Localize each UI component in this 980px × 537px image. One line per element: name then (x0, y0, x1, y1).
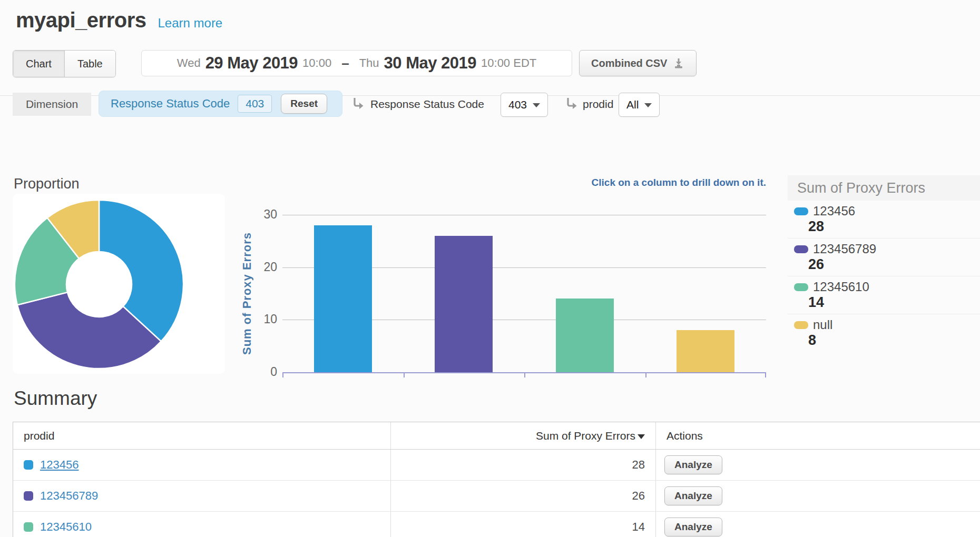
summary-table-header: prodid Sum of Proxy Errors Actions (13, 422, 980, 450)
cell-actions: Analyze (655, 450, 980, 480)
bar-null[interactable] (677, 330, 734, 372)
legend-item-123456: 12345628 (788, 201, 980, 238)
cell-sum-of-proxy-errors: 28 (390, 450, 655, 480)
chevron-down-icon (533, 103, 540, 107)
gridline-y-30 (282, 215, 766, 215)
analyze-button-123456789[interactable]: Analyze (664, 486, 722, 505)
donut-chart (13, 194, 225, 374)
x-axis-tick (524, 373, 525, 377)
learn-more-link[interactable]: Learn more (158, 16, 222, 31)
drilldown-select-prodid[interactable]: All (619, 93, 660, 117)
analyze-button-123456[interactable]: Analyze (664, 455, 722, 474)
legend-title: Sum of Proxy Errors (788, 175, 980, 201)
legend-item-123456789: 12345678926 (788, 238, 980, 276)
row-color-swatch (24, 491, 33, 501)
filter-name: Response Status Code (111, 97, 230, 111)
summary-table-body: 12345628Analyze12345678926Analyze1234561… (13, 450, 980, 537)
csv-label: Combined CSV (591, 57, 667, 69)
column-header-actions: Actions (655, 422, 980, 449)
legend-item-12345610: 1234561014 (788, 276, 980, 314)
prodid-link-12345610[interactable]: 12345610 (40, 520, 92, 534)
summary-table: prodid Sum of Proxy Errors Actions 12345… (13, 422, 980, 537)
summary-heading: Summary (14, 387, 97, 410)
y-tick-20: 20 (246, 260, 277, 274)
start-date: 29 May 2019 (205, 54, 298, 73)
column-header-label: Sum of Proxy Errors (536, 430, 635, 442)
x-axis-tick (282, 373, 283, 377)
cell-prodid: 123456 (13, 450, 390, 480)
page-title: myapi_errors (16, 8, 146, 32)
y-tick-0: 0 (246, 365, 277, 379)
legend-swatch (794, 245, 808, 253)
download-icon (673, 57, 684, 69)
proportion-title: Proportion (14, 176, 80, 192)
legend-label: 12345610 (813, 280, 869, 294)
legend-label: null (813, 318, 832, 332)
table-row-12345610: 1234561014Analyze (13, 512, 980, 537)
proportion-donut-panel (13, 194, 225, 374)
reset-button[interactable]: Reset (281, 94, 327, 114)
y-tick-30: 30 (246, 207, 277, 222)
drilldown-selected-value: All (626, 98, 639, 111)
legend-swatch (794, 207, 808, 215)
header: myapi_errors Learn more (16, 8, 222, 32)
legend-swatch (794, 321, 808, 329)
end-date: 30 May 2019 (384, 54, 476, 73)
tab-chart[interactable]: Chart (13, 51, 64, 77)
end-time: 10:00 EDT (481, 56, 536, 70)
prodid-link-123456789[interactable]: 123456789 (40, 489, 98, 503)
bar-123456[interactable] (314, 225, 372, 372)
cell-sum-of-proxy-errors: 14 (390, 512, 655, 537)
filter-value-badge: 403 (238, 95, 272, 113)
legend-value: 14 (808, 295, 980, 310)
analyze-button-12345610[interactable]: Analyze (664, 518, 722, 536)
legend-swatch (794, 283, 808, 291)
legend-value: 28 (808, 219, 980, 234)
row-color-swatch (24, 460, 33, 470)
end-day: Thu (359, 56, 379, 70)
legend-label: 123456 (813, 204, 855, 218)
cell-sum-of-proxy-errors: 26 (390, 481, 655, 511)
combined-csv-button[interactable]: Combined CSV (579, 50, 697, 76)
drilldown-arrow-icon (565, 96, 579, 111)
date-range-picker[interactable]: Wed 29 May 2019 10:00 – Thu 30 May 2019 … (141, 50, 572, 76)
bar-123456789[interactable] (435, 236, 493, 372)
x-axis-tick (645, 373, 646, 377)
table-row-123456: 12345628Analyze (13, 450, 980, 481)
dimension-label: Dimension (13, 93, 91, 116)
column-header-sum-of-proxy-errors[interactable]: Sum of Proxy Errors (390, 422, 655, 449)
drilldown-arrow-icon (351, 96, 366, 111)
cell-prodid: 123456789 (13, 481, 390, 511)
bar-12345610[interactable] (556, 299, 614, 372)
table-row-123456789: 12345678926Analyze (13, 481, 980, 512)
y-tick-10: 10 (246, 312, 277, 326)
chart-legend: Sum of Proxy Errors 12345628123456789261… (788, 175, 980, 352)
active-filter-chip: Response Status Code 403 Reset (99, 91, 342, 117)
analytics-report-page: myapi_errors Learn more Chart Table Wed … (0, 0, 980, 537)
x-axis-tick (404, 373, 405, 377)
legend-item-null: null8 (788, 314, 980, 352)
prodid-link-123456[interactable]: 123456 (40, 458, 79, 472)
cell-actions: Analyze (655, 512, 980, 537)
drilldown-label-response-status-code: Response Status Code (370, 93, 484, 116)
sort-descending-icon (638, 434, 645, 439)
drilldown-hint-text: Click on a column to drill down on it. (592, 177, 766, 188)
drilldown-label-prodid: prodid (583, 93, 613, 116)
column-header-prodid: prodid (13, 422, 390, 449)
legend-label: 123456789 (813, 242, 876, 256)
drilldown-select-response-status-code[interactable]: 403 (501, 93, 548, 117)
bar-chart: Sum of Proxy Errors 0102030 (232, 176, 769, 383)
bar-chart-plot-area (282, 215, 766, 373)
cell-prodid: 12345610 (13, 512, 390, 537)
date-separator: – (341, 55, 349, 72)
y-axis-label: Sum of Proxy Errors (240, 215, 254, 372)
start-day: Wed (177, 56, 201, 70)
legend-items: 12345628123456789261234561014null8 (788, 201, 980, 352)
view-toggle: Chart Table (13, 50, 116, 77)
legend-value: 26 (808, 257, 980, 272)
start-time: 10:00 (302, 56, 331, 70)
drilldown-selected-value: 403 (508, 98, 527, 111)
tab-table[interactable]: Table (64, 51, 115, 77)
legend-value: 8 (808, 333, 980, 347)
row-color-swatch (24, 522, 33, 532)
